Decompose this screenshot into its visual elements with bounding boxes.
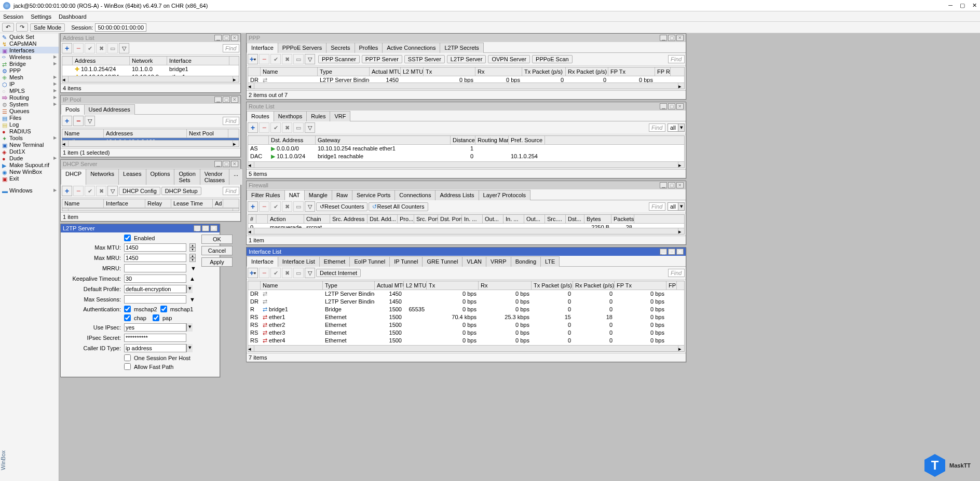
add-button[interactable]: + xyxy=(62,43,72,53)
sidebar-item-bridge[interactable]: ⇄Bridge▶ xyxy=(0,60,59,67)
table-row[interactable]: AS▶ 0.0.0.0/010.10.10.254 reachable ethe… xyxy=(248,145,684,153)
reset-counters-button[interactable]: ↺ Reset Counters xyxy=(316,202,367,211)
add-button[interactable]: + xyxy=(62,116,72,126)
column-header[interactable]: Rx xyxy=(475,67,522,76)
remove-button[interactable]: − xyxy=(73,116,84,126)
tab-dhcp[interactable]: DHCP xyxy=(61,169,86,185)
column-header[interactable]: Interface xyxy=(104,199,145,208)
filter-button[interactable]: ▽ xyxy=(119,43,129,53)
mschap2-checkbox[interactable] xyxy=(124,306,131,312)
column-header[interactable]: Next Pool xyxy=(187,129,228,138)
column-header[interactable]: Rx Packet (p/s) xyxy=(573,281,615,290)
ipsec-secret-input[interactable] xyxy=(124,334,186,342)
ovpn-server-button[interactable]: OVPN Server xyxy=(488,55,530,63)
tab-pools[interactable]: Pools xyxy=(61,104,85,115)
dhcp-setup-button[interactable]: DHCP Setup xyxy=(161,187,201,195)
column-header[interactable]: Bytes xyxy=(584,215,611,223)
column-header[interactable]: Action xyxy=(268,215,304,223)
column-header[interactable]: Dst... xyxy=(566,215,584,223)
reset-all-counters-button[interactable]: ↺ Reset All Counters xyxy=(369,202,428,211)
column-header[interactable]: Pref. Source xyxy=(509,136,545,144)
tab-routes[interactable]: Routes xyxy=(247,111,274,121)
table-row[interactable]: DR⇄ L2TP Server Binding14500 bps0 bps000… xyxy=(248,290,684,298)
sidebar-item-radius[interactable]: ●RADIUS xyxy=(0,128,59,134)
tab-service-ports[interactable]: Service Ports xyxy=(352,190,395,200)
ppp-scanner-button[interactable]: PPP Scanner xyxy=(318,55,360,63)
tab-eoip-tunnel[interactable]: EoIP Tunnel xyxy=(349,256,390,267)
table-row[interactable]: DR⇄ L2TP Server Binding14500 bps0 bps000… xyxy=(248,298,684,306)
column-header[interactable]: Tx xyxy=(427,281,479,290)
sidebar-item-log[interactable]: ▤Log xyxy=(0,121,59,128)
column-header[interactable]: L2 MTU xyxy=(401,67,424,76)
menu-dashboard[interactable]: Dashboard xyxy=(59,13,87,20)
column-header[interactable]: FP R xyxy=(655,67,671,76)
undo-button[interactable]: ↶ xyxy=(2,23,14,32)
close-icon[interactable]: ✕ xyxy=(231,35,238,41)
tab-interface-list[interactable]: Interface List xyxy=(278,256,320,267)
column-header[interactable]: Src. Port xyxy=(414,215,438,223)
minimize-icon[interactable]: ─ xyxy=(948,2,952,9)
table-row[interactable]: DAC▶ 10.1.0.0/24bridge1 reachable010.1.0… xyxy=(248,153,684,160)
column-header[interactable] xyxy=(248,281,261,290)
column-header[interactable] xyxy=(256,215,268,223)
column-header[interactable]: Chain xyxy=(304,215,330,223)
apply-button[interactable]: Apply xyxy=(201,257,233,267)
tab-secrets[interactable]: Secrets xyxy=(326,43,355,53)
column-header[interactable]: Src. Address xyxy=(330,215,367,223)
sidebar-item-system[interactable]: ⚙System▶ xyxy=(0,101,59,107)
column-header[interactable]: Rx Packet (p/s) xyxy=(566,67,608,76)
column-header[interactable]: In. ... xyxy=(503,215,524,223)
sidebar-item-dot1x[interactable]: ◈Dot1X xyxy=(0,148,59,155)
enable-button[interactable]: ✔ xyxy=(85,43,95,53)
safe-mode-button[interactable]: Safe Mode xyxy=(30,23,65,32)
tab-interface[interactable]: Interface xyxy=(247,256,278,267)
tab-lte[interactable]: LTE xyxy=(540,256,560,267)
column-header[interactable]: Name xyxy=(261,67,318,76)
column-header[interactable]: Relay xyxy=(145,199,171,208)
mschap1-checkbox[interactable] xyxy=(160,306,167,312)
column-header[interactable]: Tx Packet (p/s) xyxy=(532,281,573,290)
sidebar-item-new-winbox[interactable]: ◉New WinBox xyxy=(0,168,59,175)
tab-options[interactable]: Options xyxy=(146,169,175,185)
max-sessions-input[interactable] xyxy=(124,295,186,304)
dhcp-config-button[interactable]: DHCP Config xyxy=(119,187,160,195)
column-header[interactable]: Interface xyxy=(167,57,229,65)
column-header[interactable]: Actual MTU xyxy=(370,67,401,76)
sidebar-item-make-supout.rif[interactable]: ▶Make Supout.rif xyxy=(0,161,59,168)
sidebar-item-windows[interactable]: ▬Windows▶ xyxy=(0,187,59,194)
column-header[interactable]: Address xyxy=(73,57,130,65)
tab-mangle[interactable]: Mangle xyxy=(304,190,332,200)
sidebar-item-wireless[interactable]: ⌔Wireless▶ xyxy=(0,53,59,60)
menu-settings[interactable]: Settings xyxy=(31,13,51,20)
tab-rules[interactable]: Rules xyxy=(306,111,330,121)
table-row[interactable]: ✚ 10.1.0.254/2410.1.0.0bridge1 xyxy=(62,65,239,73)
tab-vrrp[interactable]: VRRP xyxy=(486,256,511,267)
column-header[interactable]: Distance xyxy=(451,136,475,144)
one-session-checkbox[interactable] xyxy=(124,354,131,361)
column-header[interactable]: Gateway xyxy=(316,136,451,144)
column-header[interactable]: Addresses xyxy=(104,129,187,138)
column-header[interactable]: Tx xyxy=(424,67,475,76)
tab-filter-rules[interactable]: Filter Rules xyxy=(247,190,285,200)
tab-interface[interactable]: Interface xyxy=(247,43,278,53)
column-header[interactable] xyxy=(248,136,269,144)
column-header[interactable]: Network xyxy=(130,57,167,65)
column-header[interactable]: Routing Mark xyxy=(475,136,509,144)
cancel-button[interactable]: Cancel xyxy=(201,246,233,255)
tab-used-addresses[interactable]: Used Addresses xyxy=(84,104,135,115)
sidebar-item-mesh[interactable]: ⁜Mesh▶ xyxy=(0,74,59,80)
table-row[interactable]: RS⇄ ether4Ethernet15000 bps0 bps000 bps xyxy=(248,337,684,345)
ipsec-select[interactable] xyxy=(124,323,186,332)
find-input[interactable]: Find xyxy=(223,44,239,52)
min-icon[interactable]: ▁ xyxy=(214,35,222,41)
pap-checkbox[interactable] xyxy=(153,314,159,321)
disable-button[interactable]: ✖ xyxy=(96,43,106,53)
column-header[interactable]: Out... xyxy=(483,215,503,223)
session-field[interactable]: 50:00:00:01:00:00 xyxy=(95,23,146,32)
keepalive-input[interactable] xyxy=(124,274,186,283)
sidebar-item-dude[interactable]: ●Dude▶ xyxy=(0,155,59,161)
column-header[interactable] xyxy=(62,57,73,65)
column-header[interactable]: Name xyxy=(261,281,323,290)
tab-nexthops[interactable]: Nexthops xyxy=(274,111,307,121)
sidebar-item-new-terminal[interactable]: ▣New Terminal xyxy=(0,141,59,148)
